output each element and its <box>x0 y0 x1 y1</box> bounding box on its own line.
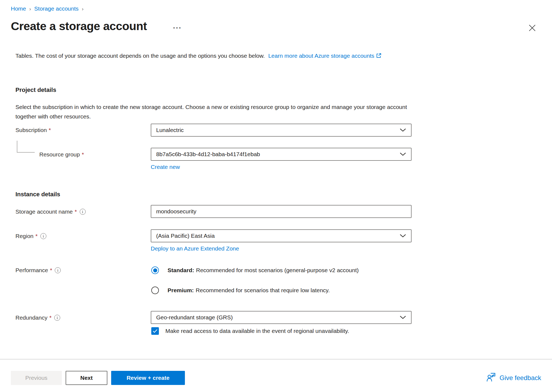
breadcrumb-storage-accounts-link[interactable]: Storage accounts <box>34 5 78 12</box>
chevron-right-icon: › <box>82 6 84 12</box>
subscription-row: Subscription* Lunalectric <box>0 124 552 137</box>
performance-row: Performance* i Standard:Recommended for … <box>0 266 552 294</box>
breadcrumb-home-link[interactable]: Home <box>11 5 26 12</box>
external-link-icon <box>376 53 381 59</box>
chevron-right-icon: › <box>29 6 31 12</box>
chevron-down-icon <box>400 314 406 321</box>
storage-account-name-input[interactable] <box>151 205 412 218</box>
radio-selected-icon[interactable] <box>151 266 159 274</box>
intro-text: Tables. The cost of your storage account… <box>15 51 414 61</box>
redundancy-dropdown[interactable]: Geo-redundant storage (GRS) <box>151 311 412 324</box>
resource-group-dropdown[interactable]: 8b7a5c6b-433b-4d12-baba-b4174f1ebab <box>151 148 412 161</box>
instance-details-heading: Instance details <box>15 191 552 198</box>
performance-label: Performance* i <box>0 266 151 274</box>
info-icon[interactable]: i <box>40 233 46 239</box>
region-value: (Asia Pacific) East Asia <box>156 233 215 239</box>
storage-account-name-row: Storage account name* i <box>0 205 552 218</box>
next-button[interactable]: Next <box>66 371 107 385</box>
chevron-down-icon <box>400 151 406 158</box>
premium-option-description: Recommended for scenarios that require l… <box>196 287 330 293</box>
feedback-icon <box>487 372 496 383</box>
required-asterisk: * <box>49 314 52 321</box>
standard-option-description: Recommended for most scenarios (general-… <box>196 267 359 273</box>
resource-group-row: Resource group* 8b7a5c6b-433b-4d12-baba-… <box>0 148 552 170</box>
redundancy-label: Redundancy* i <box>0 311 151 321</box>
required-asterisk: * <box>50 267 52 274</box>
more-options-icon[interactable]: ... <box>173 22 182 30</box>
learn-more-link[interactable]: Learn more about Azure storage accounts <box>268 53 374 59</box>
close-icon[interactable] <box>528 24 536 32</box>
breadcrumb: Home › Storage accounts › <box>11 5 84 12</box>
resource-group-connector-line <box>17 141 35 153</box>
standard-option-name: Standard: <box>168 267 194 273</box>
redundancy-value: Geo-redundant storage (GRS) <box>156 314 233 321</box>
intro-text-body: Tables. The cost of your storage account… <box>15 53 265 59</box>
resource-group-value: 8b7a5c6b-433b-4d12-baba-b4174f1ebab <box>156 151 260 158</box>
required-asterisk: * <box>82 151 84 158</box>
required-asterisk: * <box>36 233 38 239</box>
footer-bar: Previous Next Review + create Give feedb… <box>11 371 541 385</box>
project-details-description: Select the subscription in which to crea… <box>15 102 417 121</box>
premium-option-name: Premium: <box>168 287 194 293</box>
read-access-checkbox-row: Make read access to data available in th… <box>151 327 412 335</box>
subscription-label: Subscription* <box>0 124 151 133</box>
checkbox-checked-icon[interactable] <box>151 327 159 335</box>
project-details-heading: Project details <box>15 86 56 94</box>
subscription-value: Lunalectric <box>156 127 184 133</box>
subscription-dropdown[interactable]: Lunalectric <box>151 124 412 137</box>
footer-divider <box>0 359 552 359</box>
required-asterisk: * <box>75 208 77 215</box>
required-asterisk: * <box>49 127 51 133</box>
region-label: Region* i <box>0 229 151 239</box>
feedback-label: Give feedback <box>500 374 541 382</box>
performance-standard-option: Standard:Recommended for most scenarios … <box>151 266 412 274</box>
performance-premium-option: Premium:Recommended for scenarios that r… <box>151 287 412 294</box>
region-row: Region* i (Asia Pacific) East Asia Deplo… <box>0 229 552 252</box>
chevron-down-icon <box>400 127 406 133</box>
review-create-button[interactable]: Review + create <box>111 371 185 385</box>
redundancy-row: Redundancy* i Geo-redundant storage (GRS… <box>0 311 552 335</box>
page-title: Create a storage account <box>11 20 147 33</box>
previous-button[interactable]: Previous <box>11 371 62 385</box>
create-new-link[interactable]: Create new <box>151 164 180 170</box>
region-dropdown[interactable]: (Asia Pacific) East Asia <box>151 229 412 242</box>
create-storage-account-form: Subscription* Lunalectric Resource group… <box>0 124 552 335</box>
deploy-extended-zone-link[interactable]: Deploy to an Azure Extended Zone <box>151 245 239 252</box>
read-access-checkbox-label: Make read access to data available in th… <box>165 328 349 334</box>
give-feedback-link[interactable]: Give feedback <box>487 372 541 383</box>
info-icon[interactable]: i <box>54 315 60 321</box>
chevron-down-icon <box>400 233 406 239</box>
info-icon[interactable]: i <box>55 267 61 273</box>
radio-unselected-icon[interactable] <box>151 287 159 294</box>
info-icon[interactable]: i <box>80 209 86 215</box>
storage-account-name-label: Storage account name* i <box>0 205 151 215</box>
